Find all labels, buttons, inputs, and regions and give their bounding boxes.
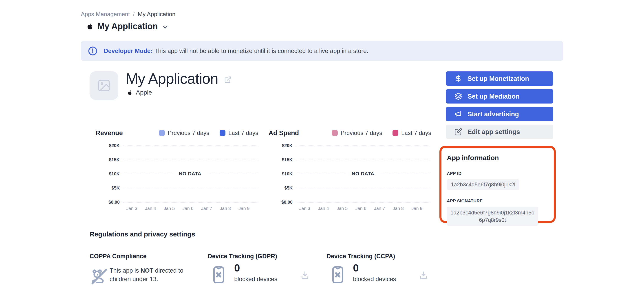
coppa-title: COPPA Compliance <box>90 253 147 260</box>
megaphone-icon <box>454 110 462 118</box>
app-id-value: 1a2b3c4d5e6f7g8h9i0j1k2l <box>447 179 520 190</box>
gdpr-blocked-label: blocked devices <box>234 276 277 283</box>
download-icon[interactable] <box>418 270 429 281</box>
banner-message: This app will not be able to monetize un… <box>154 48 368 54</box>
app-detail-page: Apps Management / My Application My Appl… <box>0 0 644 300</box>
edit-icon <box>454 128 462 136</box>
y-axis-tick: $15K <box>282 157 292 162</box>
x-axis-tick: Jan 8 <box>220 206 231 211</box>
chart-area: $20K$15K$10K$5K$0.00 NO DATA <box>268 142 431 205</box>
app-signature-value: 1a2b3c4d5e6f7g8h9i0j1k2l3m4n5o6p7q8r9s0t <box>447 206 538 226</box>
x-axis-tick: Jan 5 <box>164 206 175 211</box>
app-switcher-dropdown[interactable]: My Application <box>86 22 169 31</box>
gridline <box>122 188 258 188</box>
ccpa-blocked-count: 0 <box>353 262 359 274</box>
edit-app-settings-button[interactable]: Edit app settings <box>446 125 553 139</box>
developer-mode-banner: Developer Mode:This app will not be able… <box>81 41 563 61</box>
legend-label: Previous 7 days <box>168 130 209 136</box>
chevron-down-icon[interactable] <box>162 24 169 30</box>
legend-swatch <box>220 130 226 136</box>
chart-title: Ad Spend <box>268 129 299 137</box>
app-icon-placeholder <box>90 71 118 100</box>
legend-item: Last 7 days <box>392 130 431 136</box>
x-axis-tick: Jan 4 <box>318 206 329 211</box>
chart-legend: Previous 7 daysLast 7 days <box>149 130 258 136</box>
ccpa-blocked-label: blocked devices <box>353 276 396 283</box>
apple-icon <box>86 22 94 30</box>
y-axis-tick: $10K <box>282 171 292 176</box>
setup-monetization-button[interactable]: Set up Monetization <box>446 72 553 86</box>
plot-area: NO DATA <box>295 142 431 205</box>
breadcrumb-current: My Application <box>138 11 175 18</box>
gridline <box>295 202 431 202</box>
ccpa-title: Device Tracking (CCPA) <box>326 253 395 260</box>
y-axis-tick: $10K <box>109 171 120 176</box>
revenue-chart: Revenue Previous 7 daysLast 7 days $20K$… <box>96 128 258 212</box>
gridline <box>295 160 431 160</box>
x-axis-tick: Jan 3 <box>126 206 138 211</box>
x-axis-tick: Jan 6 <box>182 206 193 211</box>
chart-header: Revenue Previous 7 daysLast 7 days <box>96 128 258 138</box>
coppa-text-bold: NOT <box>140 267 153 274</box>
x-axis-tick: Jan 9 <box>411 206 422 211</box>
x-axis: Jan 3Jan 4Jan 5Jan 6Jan 7Jan 8Jan 9 <box>122 206 258 212</box>
apple-icon <box>127 90 133 96</box>
app-name: My Application <box>126 70 218 87</box>
x-axis-tick: Jan 9 <box>238 206 250 211</box>
legend-swatch <box>159 130 165 136</box>
breadcrumb: Apps Management / My Application <box>81 11 175 18</box>
y-axis-tick: $5K <box>284 186 292 191</box>
coppa-no-children-icon <box>90 268 108 286</box>
y-axis-tick: $20K <box>282 143 292 148</box>
legend-label: Last 7 days <box>228 130 258 136</box>
x-axis-tick: Jan 6 <box>355 206 366 211</box>
no-data-label: NO DATA <box>173 171 207 177</box>
x-axis-tick: Jan 5 <box>336 206 348 211</box>
legend-item: Previous 7 days <box>159 130 209 136</box>
y-axis-tick: $0.00 <box>108 200 120 205</box>
platform-row: Apple <box>127 89 152 96</box>
alert-info-icon <box>88 46 98 56</box>
setup-mediation-button[interactable]: Set up Mediation <box>446 89 553 104</box>
gdpr-blocked-count: 0 <box>234 262 240 274</box>
gridline <box>122 160 258 160</box>
coppa-text-prefix: This app is <box>110 267 140 274</box>
legend-swatch <box>332 130 338 136</box>
external-link-icon[interactable] <box>224 76 232 84</box>
download-icon[interactable] <box>300 270 310 281</box>
layers-icon <box>454 92 462 100</box>
regulations-section-title: Regulations and privacy settings <box>90 230 195 238</box>
no-data-label: NO DATA <box>346 171 380 177</box>
x-axis-tick: Jan 7 <box>374 206 385 211</box>
chart-legend: Previous 7 daysLast 7 days <box>322 130 431 136</box>
ad-spend-chart: Ad Spend Previous 7 daysLast 7 days $20K… <box>268 128 431 212</box>
page-title: My Application <box>98 22 158 31</box>
y-axis-tick: $15K <box>109 157 120 162</box>
blocked-phone-icon <box>212 266 225 284</box>
button-label: Set up Monetization <box>468 75 529 82</box>
dollar-icon <box>454 75 462 82</box>
legend-label: Last 7 days <box>401 130 431 136</box>
y-axis-tick: $5K <box>112 186 120 191</box>
y-axis-tick: $20K <box>109 143 120 148</box>
app-signature-label: APP SIGNATURE <box>447 198 548 204</box>
app-information-title: App information <box>447 154 548 162</box>
button-label: Edit app settings <box>468 128 520 136</box>
chart-title: Revenue <box>96 129 123 137</box>
breadcrumb-apps-management[interactable]: Apps Management <box>81 11 130 18</box>
blocked-phone-icon <box>332 266 344 284</box>
x-axis-tick: Jan 8 <box>393 206 404 211</box>
chart-header: Ad Spend Previous 7 daysLast 7 days <box>268 128 431 138</box>
legend-item: Previous 7 days <box>332 130 382 136</box>
x-axis-tick: Jan 3 <box>299 206 310 211</box>
legend-label: Previous 7 days <box>341 130 382 136</box>
app-title-row: My Application <box>126 70 232 87</box>
gdpr-title: Device Tracking (GDPR) <box>208 253 277 260</box>
image-placeholder-icon <box>97 78 111 92</box>
banner-title: Developer Mode: <box>104 48 153 54</box>
platform-label: Apple <box>136 89 152 96</box>
gridline <box>122 202 258 202</box>
gridline <box>122 146 258 146</box>
start-advertising-button[interactable]: Start advertising <box>446 107 553 121</box>
x-axis-tick: Jan 4 <box>145 206 156 211</box>
